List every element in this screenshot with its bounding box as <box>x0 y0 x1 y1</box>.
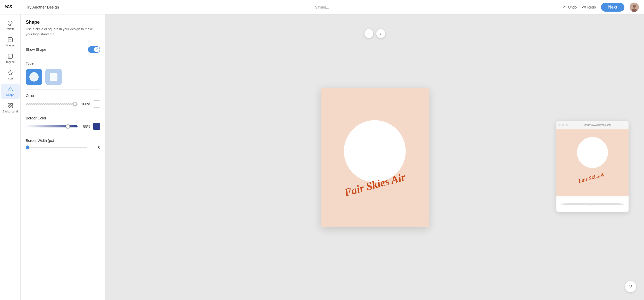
nav-prev-icon: ‹ <box>368 31 370 36</box>
border-color-swatch[interactable] <box>93 123 100 130</box>
sidebar-background-label: Background <box>3 110 18 113</box>
sidebar-tagline-label: Tagline <box>6 60 15 63</box>
browser-url: https://www.mysite.com <box>569 124 626 126</box>
color-slider-row: 100% <box>26 100 100 108</box>
saving-status: Saving... <box>315 5 329 9</box>
panel-divider-1 <box>26 42 100 42</box>
browser-dot-3 <box>566 124 568 126</box>
nav-prev-button[interactable]: ‹ <box>364 29 374 38</box>
panel-description: Use a circle or square in your design to… <box>26 27 100 37</box>
preview-brand-text: Fair Skies A <box>578 172 605 184</box>
browser-dot-2 <box>562 124 564 126</box>
undo-icon <box>563 5 567 9</box>
preview-shape-circle <box>577 137 608 168</box>
border-color-percent-value: 88% <box>80 124 90 128</box>
show-shape-label: Show Shape <box>26 47 46 52</box>
preview-bottom <box>556 196 629 212</box>
svg-marker-13 <box>8 70 12 75</box>
redo-icon <box>582 5 586 9</box>
help-button[interactable]: ? <box>625 281 636 292</box>
square-shape-icon <box>50 73 57 81</box>
topbar: WiX Try Another Design Saving... Undo Re… <box>0 0 644 14</box>
color-percent-value: 100% <box>80 102 90 106</box>
sidebar-palette-label: Palette <box>6 27 14 30</box>
border-width-value: 0 <box>90 145 100 149</box>
panel-title: Shape <box>26 20 100 25</box>
settings-panel: Shape Use a circle or square in your des… <box>21 14 106 300</box>
undo-label: Undo <box>568 5 577 9</box>
circle-shape-icon <box>29 72 39 82</box>
sidebar: Palette T Name T Tagline <box>0 14 21 300</box>
name-icon: T <box>7 37 13 43</box>
wix-logo: WiX <box>5 3 18 11</box>
sidebar-item-palette[interactable]: Palette <box>1 18 20 33</box>
panel-divider-2 <box>26 57 100 57</box>
type-options <box>26 69 100 85</box>
svg-rect-14 <box>8 103 12 108</box>
shape-icon <box>7 86 13 92</box>
background-icon <box>7 103 13 109</box>
sidebar-item-background[interactable]: Background <box>1 100 20 116</box>
redo-button[interactable]: Redo <box>582 5 596 9</box>
border-width-label: Border Width (px) <box>26 139 100 143</box>
svg-point-5 <box>9 22 10 23</box>
svg-text:WiX: WiX <box>5 4 12 8</box>
preview-content: Fair Skies A <box>556 129 629 196</box>
canvas-area: ‹ › Fair Skies Air https://www.mysite.co… <box>106 14 644 300</box>
browser-dot-1 <box>558 124 561 126</box>
sidebar-item-shape[interactable]: Shape <box>1 84 20 99</box>
border-color-label: Border Color <box>26 116 100 120</box>
show-shape-toggle[interactable] <box>88 46 100 53</box>
panel-divider-5 <box>26 134 100 134</box>
sidebar-item-tagline[interactable]: T Tagline <box>1 51 20 66</box>
next-button[interactable]: Next <box>601 3 624 12</box>
svg-point-6 <box>10 22 11 23</box>
try-another-design-label: Try Another Design <box>26 5 59 9</box>
help-icon: ? <box>629 284 632 290</box>
nav-next-icon: › <box>380 31 382 36</box>
preview-bottom-shadow <box>560 203 625 205</box>
sidebar-item-icon[interactable]: Icon <box>1 67 20 83</box>
svg-text:T: T <box>9 56 11 58</box>
main-layout: Palette T Name T Tagline <box>0 14 644 300</box>
border-width-slider-row: 0 <box>26 145 100 149</box>
icon-icon <box>7 70 13 76</box>
border-color-slider-row: 88% <box>26 123 100 130</box>
sidebar-icon-label: Icon <box>7 77 13 80</box>
color-section: Color 100% <box>26 94 100 108</box>
avatar[interactable] <box>630 3 639 12</box>
toggle-knob <box>94 47 100 52</box>
border-color-slider-thumb[interactable] <box>66 124 70 128</box>
sidebar-name-label: Name <box>6 44 14 47</box>
color-swatch[interactable] <box>93 100 100 108</box>
redo-label: Redo <box>587 5 596 9</box>
website-preview-card: https://www.mysite.com Fair Skies A <box>556 121 629 212</box>
panel-divider-3 <box>26 89 100 90</box>
canvas-navigation: ‹ › <box>364 29 385 38</box>
svg-point-4 <box>9 23 9 23</box>
border-color-slider-track[interactable] <box>26 125 78 127</box>
undo-button[interactable]: Undo <box>563 5 577 9</box>
border-width-section: Border Width (px) 0 <box>26 139 100 149</box>
color-label: Color <box>26 94 100 98</box>
color-slider-track[interactable] <box>26 103 78 105</box>
svg-point-2 <box>633 5 636 8</box>
type-circle-option[interactable] <box>26 69 42 85</box>
topbar-right-actions: Undo Redo Next <box>563 3 639 12</box>
type-label: Type <box>26 61 100 66</box>
color-slider-thumb[interactable] <box>73 102 77 106</box>
tagline-icon: T <box>7 53 13 59</box>
nav-next-button[interactable]: › <box>376 29 385 38</box>
type-square-option[interactable] <box>45 69 62 85</box>
sidebar-item-name[interactable]: T Name <box>1 34 20 50</box>
type-section: Type <box>26 61 100 85</box>
border-width-slider-thumb[interactable] <box>26 145 29 149</box>
border-width-slider-track[interactable] <box>26 147 87 148</box>
show-shape-row: Show Shape <box>26 46 100 53</box>
logo-card: Fair Skies Air <box>321 88 429 227</box>
svg-text:T: T <box>9 39 11 42</box>
svg-point-7 <box>11 23 12 23</box>
sidebar-shape-label: Shape <box>6 93 14 96</box>
palette-icon <box>7 20 13 26</box>
panel-divider-4 <box>26 112 100 112</box>
